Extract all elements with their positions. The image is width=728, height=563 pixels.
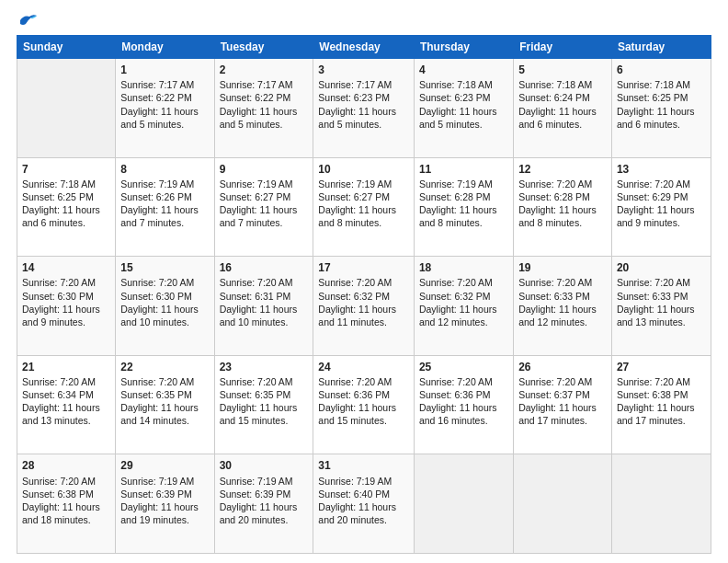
cell-details: Sunrise: 7:20 AMSunset: 6:32 PMDaylight:… <box>419 276 508 328</box>
calendar-cell <box>611 454 711 554</box>
calendar-cell: 22Sunrise: 7:20 AMSunset: 6:35 PMDayligh… <box>116 355 214 454</box>
cell-details: Sunrise: 7:20 AMSunset: 6:30 PMDaylight:… <box>120 276 209 328</box>
day-number: 16 <box>220 260 309 275</box>
calendar-cell: 16Sunrise: 7:20 AMSunset: 6:31 PMDayligh… <box>214 257 313 356</box>
day-number: 2 <box>220 63 309 77</box>
col-monday: Monday <box>116 36 214 59</box>
calendar-cell: 1Sunrise: 7:17 AMSunset: 6:22 PMDaylight… <box>116 59 214 158</box>
day-number: 28 <box>22 458 110 473</box>
calendar-cell: 27Sunrise: 7:20 AMSunset: 6:38 PMDayligh… <box>611 355 711 454</box>
calendar-cell: 21Sunrise: 7:20 AMSunset: 6:34 PMDayligh… <box>17 355 116 454</box>
calendar-cell: 28Sunrise: 7:20 AMSunset: 6:38 PMDayligh… <box>17 454 116 554</box>
cell-details: Sunrise: 7:20 AMSunset: 6:33 PMDaylight:… <box>617 276 706 328</box>
day-number: 31 <box>318 458 409 473</box>
day-number: 1 <box>120 63 209 77</box>
logo-bird-icon <box>18 13 39 29</box>
day-number: 8 <box>120 162 209 177</box>
cell-details: Sunrise: 7:20 AMSunset: 6:33 PMDaylight:… <box>518 276 607 328</box>
calendar-cell: 19Sunrise: 7:20 AMSunset: 6:33 PMDayligh… <box>514 257 612 356</box>
day-number: 29 <box>120 458 209 473</box>
calendar-cell: 20Sunrise: 7:20 AMSunset: 6:33 PMDayligh… <box>611 257 711 356</box>
calendar-cell: 18Sunrise: 7:20 AMSunset: 6:32 PMDayligh… <box>414 257 513 356</box>
col-wednesday: Wednesday <box>313 36 415 59</box>
cell-details: Sunrise: 7:18 AMSunset: 6:25 PMDaylight:… <box>22 178 110 230</box>
day-number: 6 <box>617 63 706 77</box>
day-number: 14 <box>22 260 110 275</box>
day-number: 9 <box>220 162 309 177</box>
cell-details: Sunrise: 7:20 AMSunset: 6:34 PMDaylight:… <box>22 375 110 428</box>
cell-details: Sunrise: 7:20 AMSunset: 6:38 PMDaylight:… <box>22 475 110 527</box>
calendar-cell: 4Sunrise: 7:18 AMSunset: 6:23 PMDaylight… <box>414 59 513 158</box>
calendar-cell <box>17 59 116 158</box>
cell-details: Sunrise: 7:20 AMSunset: 6:35 PMDaylight:… <box>220 375 309 428</box>
calendar-cell: 2Sunrise: 7:17 AMSunset: 6:22 PMDaylight… <box>214 59 313 158</box>
calendar-week-row: 28Sunrise: 7:20 AMSunset: 6:38 PMDayligh… <box>17 454 711 554</box>
day-number: 17 <box>318 260 409 275</box>
calendar-cell <box>414 454 513 554</box>
day-number: 26 <box>518 360 607 374</box>
calendar-cell: 13Sunrise: 7:20 AMSunset: 6:29 PMDayligh… <box>611 157 711 257</box>
cell-details: Sunrise: 7:20 AMSunset: 6:36 PMDaylight:… <box>419 375 508 428</box>
day-number: 27 <box>617 360 706 374</box>
day-number: 21 <box>22 360 110 374</box>
day-number: 4 <box>419 63 508 77</box>
calendar-cell: 9Sunrise: 7:19 AMSunset: 6:27 PMDaylight… <box>214 157 313 257</box>
cell-details: Sunrise: 7:20 AMSunset: 6:37 PMDaylight:… <box>518 375 607 428</box>
cell-details: Sunrise: 7:17 AMSunset: 6:22 PMDaylight:… <box>120 78 209 131</box>
calendar-cell: 5Sunrise: 7:18 AMSunset: 6:24 PMDaylight… <box>514 59 612 158</box>
cell-details: Sunrise: 7:19 AMSunset: 6:27 PMDaylight:… <box>318 178 409 230</box>
calendar-week-row: 21Sunrise: 7:20 AMSunset: 6:34 PMDayligh… <box>17 355 711 454</box>
calendar-cell <box>514 454 612 554</box>
calendar-cell: 10Sunrise: 7:19 AMSunset: 6:27 PMDayligh… <box>313 157 415 257</box>
cell-details: Sunrise: 7:19 AMSunset: 6:39 PMDaylight:… <box>220 475 309 527</box>
cell-details: Sunrise: 7:17 AMSunset: 6:22 PMDaylight:… <box>220 78 309 131</box>
day-number: 18 <box>419 260 508 275</box>
day-number: 13 <box>617 162 706 177</box>
calendar-cell: 30Sunrise: 7:19 AMSunset: 6:39 PMDayligh… <box>214 454 313 554</box>
logo <box>17 17 39 26</box>
col-sunday: Sunday <box>17 36 116 59</box>
cell-details: Sunrise: 7:18 AMSunset: 6:25 PMDaylight:… <box>617 78 706 131</box>
calendar-cell: 6Sunrise: 7:18 AMSunset: 6:25 PMDaylight… <box>611 59 711 158</box>
cell-details: Sunrise: 7:20 AMSunset: 6:28 PMDaylight:… <box>518 178 607 230</box>
day-number: 15 <box>120 260 209 275</box>
cell-details: Sunrise: 7:19 AMSunset: 6:26 PMDaylight:… <box>120 178 209 230</box>
day-number: 23 <box>220 360 309 374</box>
day-number: 11 <box>419 162 508 177</box>
page: Sunday Monday Tuesday Wednesday Thursday… <box>0 0 728 563</box>
cell-details: Sunrise: 7:20 AMSunset: 6:36 PMDaylight:… <box>318 375 409 428</box>
calendar-cell: 8Sunrise: 7:19 AMSunset: 6:26 PMDaylight… <box>116 157 214 257</box>
calendar: Sunday Monday Tuesday Wednesday Thursday… <box>17 35 711 554</box>
header <box>17 17 711 26</box>
calendar-cell: 14Sunrise: 7:20 AMSunset: 6:30 PMDayligh… <box>17 257 116 356</box>
day-number: 3 <box>318 63 409 77</box>
day-number: 24 <box>318 360 409 374</box>
col-tuesday: Tuesday <box>214 36 313 59</box>
calendar-cell: 23Sunrise: 7:20 AMSunset: 6:35 PMDayligh… <box>214 355 313 454</box>
calendar-cell: 17Sunrise: 7:20 AMSunset: 6:32 PMDayligh… <box>313 257 415 356</box>
calendar-week-row: 1Sunrise: 7:17 AMSunset: 6:22 PMDaylight… <box>17 59 711 158</box>
day-number: 19 <box>518 260 607 275</box>
day-number: 25 <box>419 360 508 374</box>
cell-details: Sunrise: 7:20 AMSunset: 6:31 PMDaylight:… <box>220 276 309 328</box>
calendar-cell: 25Sunrise: 7:20 AMSunset: 6:36 PMDayligh… <box>414 355 513 454</box>
calendar-cell: 12Sunrise: 7:20 AMSunset: 6:28 PMDayligh… <box>514 157 612 257</box>
col-friday: Friday <box>514 36 612 59</box>
col-thursday: Thursday <box>414 36 513 59</box>
day-number: 5 <box>518 63 607 77</box>
cell-details: Sunrise: 7:20 AMSunset: 6:35 PMDaylight:… <box>120 375 209 428</box>
day-number: 12 <box>518 162 607 177</box>
calendar-cell: 31Sunrise: 7:19 AMSunset: 6:40 PMDayligh… <box>313 454 415 554</box>
day-number: 10 <box>318 162 409 177</box>
cell-details: Sunrise: 7:19 AMSunset: 6:28 PMDaylight:… <box>419 178 508 230</box>
cell-details: Sunrise: 7:19 AMSunset: 6:39 PMDaylight:… <box>120 475 209 527</box>
calendar-cell: 26Sunrise: 7:20 AMSunset: 6:37 PMDayligh… <box>514 355 612 454</box>
calendar-cell: 15Sunrise: 7:20 AMSunset: 6:30 PMDayligh… <box>116 257 214 356</box>
cell-details: Sunrise: 7:20 AMSunset: 6:38 PMDaylight:… <box>617 375 706 428</box>
day-number: 20 <box>617 260 706 275</box>
col-saturday: Saturday <box>611 36 711 59</box>
day-number: 22 <box>120 360 209 374</box>
cell-details: Sunrise: 7:19 AMSunset: 6:40 PMDaylight:… <box>318 475 409 527</box>
calendar-week-row: 14Sunrise: 7:20 AMSunset: 6:30 PMDayligh… <box>17 257 711 356</box>
calendar-cell: 3Sunrise: 7:17 AMSunset: 6:23 PMDaylight… <box>313 59 415 158</box>
